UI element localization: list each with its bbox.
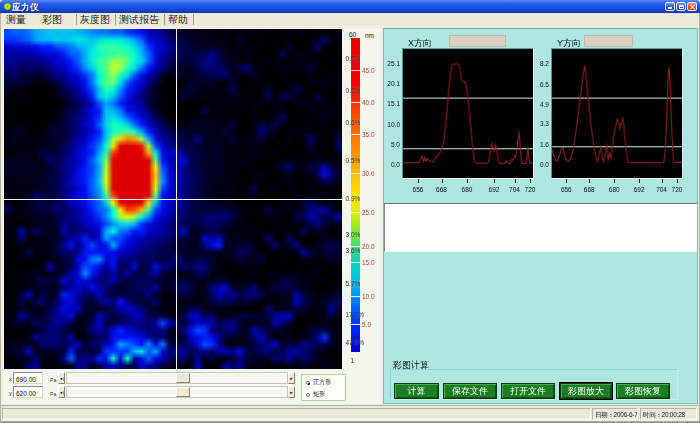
stress-colormap[interactable] — [4, 29, 342, 369]
colorbar-percent-label: 47.6% — [346, 339, 368, 346]
scroll-left-button-x[interactable]: ◄| — [58, 372, 65, 384]
x-axis-tick — [614, 179, 615, 183]
x-axis-label: 720 — [669, 186, 685, 193]
radio-label: 正方形 — [313, 378, 331, 387]
status-cell-empty — [2, 408, 591, 420]
colorbar-max-label: 60 — [349, 31, 356, 38]
radio-option-1[interactable]: 正方形 — [306, 378, 331, 387]
x-axis-label: 692 — [486, 186, 502, 193]
menu-item-4[interactable]: 测试报告 — [116, 13, 164, 27]
colorbar-tick — [351, 324, 360, 325]
x-axis-tick — [418, 179, 419, 183]
radio-option-2[interactable]: 矩形 — [306, 390, 325, 399]
menu-item-3[interactable]: 灰度图 — [77, 13, 115, 27]
minimize-icon — [668, 7, 672, 9]
close-icon — [688, 3, 696, 10]
y-axis-label: 0.0 — [382, 161, 400, 168]
position-row-y: y620.00Pa◄| ► — [2, 386, 347, 399]
zoom-colormap-button[interactable]: 彩图放大 — [560, 383, 612, 399]
profile-chart-x[interactable] — [402, 48, 533, 178]
scroll-right-button-x[interactable]: ► — [288, 372, 295, 384]
colorbar-percent-label: 17.2% — [346, 311, 368, 318]
x-axis-label: 704 — [507, 186, 523, 193]
colorbar-percent-label: 0.6% — [346, 87, 368, 94]
colorbar-tick — [351, 102, 360, 103]
position-input-x[interactable]: 690.00 — [13, 372, 43, 384]
y-axis-label: 5.0 — [382, 141, 400, 148]
scroll-track-y[interactable] — [66, 386, 288, 398]
profile-chart-y[interactable] — [551, 48, 682, 178]
x-axis-label: 668 — [581, 186, 597, 193]
menu-bar: 测量彩图灰度图测试报告帮助 — [1, 13, 699, 27]
y-axis-label: 10.0 — [382, 121, 400, 128]
position-input-y[interactable]: 620.00 — [13, 386, 43, 398]
x-axis-label: 680 — [606, 186, 622, 193]
minimize-button[interactable] — [665, 2, 675, 11]
app-window: 应力仪 测量彩图灰度图测试报告帮助 60 nm 45.040.035.030.0… — [0, 0, 700, 423]
restore-colormap-button[interactable]: 彩图恢复 — [616, 383, 670, 399]
x-axis-tick — [442, 179, 443, 183]
x-axis-tick — [530, 179, 531, 183]
scroll-thumb-y[interactable] — [176, 387, 190, 397]
y-axis-label: 3.3 — [531, 120, 549, 127]
calculate-button[interactable]: 计算 — [394, 383, 439, 399]
colorbar-tick-label: 40.0 — [362, 99, 384, 106]
radio-label: 矩形 — [313, 390, 325, 399]
x-axis-label: 656 — [410, 186, 426, 193]
position-row-x: x690.00Pa◄| ► — [2, 372, 347, 385]
colorbar-tick — [351, 262, 360, 263]
scroll-track-x[interactable] — [66, 372, 288, 384]
y-axis-label: 15.1 — [382, 100, 400, 107]
scroll-right-button-y[interactable]: ► — [288, 386, 295, 398]
chart-value-box — [449, 35, 506, 47]
colorbar-unit-label: nm — [365, 32, 374, 39]
colorbar-tick — [351, 296, 360, 297]
save-file-button[interactable]: 保存文件 — [443, 383, 497, 399]
unit-label-y: Pa — [50, 391, 56, 397]
x-axis-tick — [467, 179, 468, 183]
report-textbox[interactable] — [384, 203, 697, 252]
x-axis-tick — [639, 179, 640, 183]
close-button[interactable] — [687, 2, 697, 11]
x-axis-tick — [677, 179, 678, 183]
menu-item-2[interactable]: 彩图 — [42, 13, 76, 27]
x-axis-tick — [515, 179, 516, 183]
menu-item-5[interactable]: 帮助 — [165, 13, 193, 27]
status-cell-date: 日期：2006-6-7 — [592, 408, 638, 420]
title-bar[interactable]: 应力仪 — [0, 0, 700, 13]
colorbar-percent-label: 3.6% — [346, 247, 368, 254]
radio-icon — [306, 381, 310, 385]
shape-radio-group: 正方形矩形 — [301, 374, 346, 401]
window-left-edge — [0, 13, 1, 421]
x-axis-label: 656 — [558, 186, 574, 193]
colorbar-tick-label: 35.0 — [362, 131, 384, 138]
y-axis-label: 0.0 — [531, 161, 549, 168]
menu-item-1[interactable]: 测量 — [1, 13, 42, 27]
colorbar-tick-label: 15.0 — [362, 259, 384, 266]
x-axis-tick — [589, 179, 590, 183]
scroll-thumb-x[interactable] — [176, 373, 190, 383]
colorbar-tick-label: 30.0 — [362, 170, 384, 177]
colorbar-tick — [351, 173, 360, 174]
colorbar-percent-label: 3.0% — [346, 231, 368, 238]
colorbar-tick-label: 45.0 — [362, 67, 384, 74]
crosshair-horizontal[interactable] — [4, 199, 342, 200]
colorbar-percent-label: 0.9% — [346, 195, 368, 202]
app-icon — [4, 3, 11, 10]
y-axis-label: 6.5 — [531, 81, 549, 88]
colorbar-percent-label: 0.6% — [346, 119, 368, 126]
measurement-panel: 60 nm 45.040.035.030.025.020.015.010.05.… — [2, 28, 382, 404]
restore-icon — [679, 5, 684, 9]
x-axis-label: 720 — [522, 186, 538, 193]
x-axis-label: 704 — [654, 186, 670, 193]
x-axis-tick — [662, 179, 663, 183]
open-file-button[interactable]: 打开文件 — [501, 383, 555, 399]
colorbar-min-label: 1 — [351, 357, 355, 364]
menu-separator — [193, 14, 194, 25]
unit-label-x: Pa — [50, 377, 56, 383]
x-axis-label: 680 — [459, 186, 475, 193]
maximize-button[interactable] — [676, 2, 686, 11]
colorbar-percent-label: 0.6% — [346, 55, 368, 62]
scroll-left-button-y[interactable]: ◄| — [58, 386, 65, 398]
colorbar-tick — [351, 134, 360, 135]
